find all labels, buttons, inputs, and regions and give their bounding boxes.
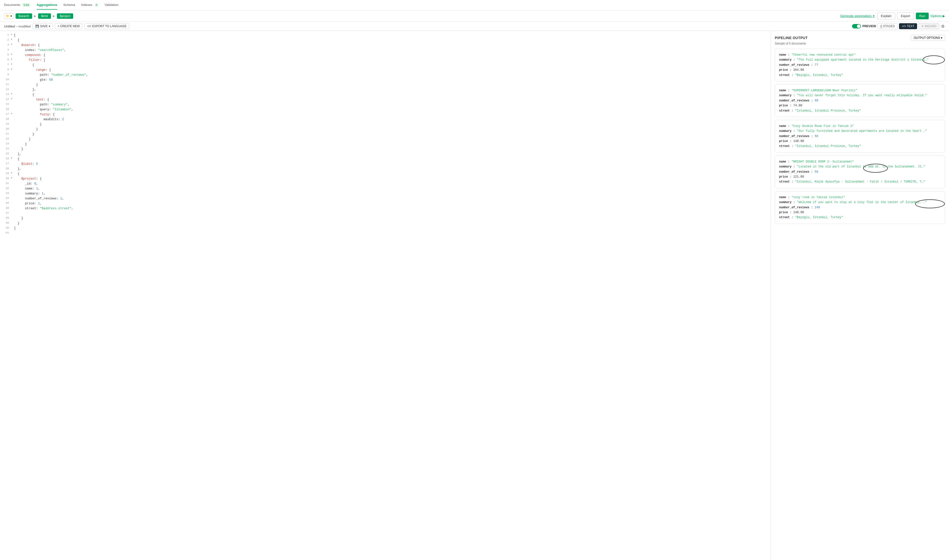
line-number: 24 xyxy=(2,147,9,151)
line-number: 20 xyxy=(2,127,9,131)
line-number: 16 xyxy=(2,107,9,112)
line-number: 17 xyxy=(2,112,9,117)
line-number: 27 xyxy=(2,162,9,166)
line-arrow: ▼ xyxy=(11,43,14,46)
line-arrow: ▼ xyxy=(11,38,14,41)
code-line: 12 }, xyxy=(0,87,771,92)
line-content: filter: [ xyxy=(14,58,769,63)
line-content: compound: { xyxy=(14,53,769,58)
generate-aggregation-link[interactable]: Generate aggregation ✦ xyxy=(840,14,875,18)
nav-schema[interactable]: Schema xyxy=(63,0,75,10)
pipeline-output-panel: PIPELINE OUTPUT OUTPUT OPTIONS ▾ Sample … xyxy=(771,31,949,560)
line-content: $limit: 5 xyxy=(14,162,769,166)
line-arrow: ▼ xyxy=(11,157,14,160)
line-number: 23 xyxy=(2,142,9,146)
line-number: 4 xyxy=(2,48,9,52)
doc-summary-field: summary : "Welcome if you want to stay a… xyxy=(779,200,941,205)
code-line: 18 maxEdits: 2 xyxy=(0,117,771,122)
line-content: range: { xyxy=(14,68,769,72)
doc-reviews-field: number_of_reviews : 99 xyxy=(779,98,941,103)
limit-stage-tag[interactable]: $limit xyxy=(38,13,51,19)
code-line: 22 ] xyxy=(0,137,771,142)
code-line: 24 } xyxy=(0,147,771,152)
line-content: ] xyxy=(14,137,769,142)
line-arrow: ▼ xyxy=(11,58,14,61)
create-new-button[interactable]: + CREATE NEW xyxy=(55,23,82,29)
code-line: 8 ▼ range: { xyxy=(0,68,771,72)
dropdown-arrow-icon: ▾ xyxy=(11,14,12,18)
line-content: street: "$address.street", xyxy=(14,206,769,211)
pipeline-output-title: PIPELINE OUTPUT xyxy=(775,36,808,40)
stage-arrow-1: ▶ xyxy=(34,15,36,17)
doc-name-field: name : "Cheerful new renovated central a… xyxy=(779,52,941,57)
line-content: { xyxy=(14,63,769,68)
line-content: } xyxy=(14,82,769,87)
nav-documents[interactable]: Documents 5.6K xyxy=(4,0,31,10)
code-line: 15 path: "summary", xyxy=(0,102,771,107)
code-line: 29 ▼ { xyxy=(0,171,771,176)
search-stage-tag[interactable]: $search xyxy=(15,13,32,19)
code-line: 32 name: 1, xyxy=(0,186,771,191)
line-number: 39 xyxy=(2,221,9,225)
line-content: path: "number_of_reviews", xyxy=(14,72,769,77)
nav-indexes[interactable]: Indexes 4 xyxy=(81,0,99,10)
code-line: 1 ▼ [ xyxy=(0,33,771,38)
doc-street-field: street : "Istanbul, Istanbul Province, T… xyxy=(779,108,941,113)
line-number: 29 xyxy=(2,171,9,176)
line-content: }, xyxy=(14,152,769,157)
code-line: 5 ▼ compound: { xyxy=(0,53,771,58)
text-view-button[interactable]: </> TEXT xyxy=(899,23,917,29)
line-number: 1 xyxy=(2,33,9,37)
line-number: 22 xyxy=(2,137,9,141)
settings-button[interactable]: ⚙ xyxy=(941,23,945,29)
save-button[interactable]: 💾 SAVE ▾ xyxy=(33,23,53,29)
line-number: 37 xyxy=(2,211,9,215)
line-content: } xyxy=(14,122,769,127)
doc-street-field: street : "Beyoğlu, İstanbul, Turkey" xyxy=(779,73,941,78)
code-line: 21 } xyxy=(0,132,771,137)
export-to-language-button[interactable]: </> EXPORT TO LANGUAGE xyxy=(85,23,129,29)
line-content: } xyxy=(14,147,769,152)
line-content: { xyxy=(14,157,769,162)
doc-summary-field: summary : "The full equipped apartment l… xyxy=(779,57,941,62)
line-number: 41 xyxy=(2,231,9,235)
line-number: 6 xyxy=(2,58,9,62)
pipeline-output-header: PIPELINE OUTPUT OUTPUT OPTIONS ▾ xyxy=(775,35,945,41)
line-number: 7 xyxy=(2,63,9,67)
preview-toggle[interactable]: PREVIEW xyxy=(852,24,876,28)
wizard-button[interactable]: ✦ WIZARD xyxy=(918,23,939,29)
project-stage-tag[interactable]: $project xyxy=(57,13,74,19)
explain-button[interactable]: Explain xyxy=(877,12,895,20)
code-line: 35 price: 1, xyxy=(0,201,771,206)
view-controls: PREVIEW {} STAGES </> TEXT ✦ WIZARD ⚙ xyxy=(852,23,945,29)
line-content: }, xyxy=(14,87,769,92)
nav-validation[interactable]: Validation xyxy=(105,0,118,10)
code-editor[interactable]: 1 ▼ [ 2 ▼ { 3 ▼ $search: { 4 index: "sea… xyxy=(0,31,771,560)
nav-aggregations[interactable]: Aggregations xyxy=(37,0,57,10)
stage-toolbar: 📁 ▾ $search ▶ $limit ▶ $project Generate… xyxy=(0,11,949,22)
line-content: name: 1, xyxy=(14,186,769,191)
doc-name-field: name : "SUPERHOST-LARGE&CLEAN-Near Pierl… xyxy=(779,88,941,93)
code-line: 28 }, xyxy=(0,166,771,171)
line-number: 12 xyxy=(2,87,9,92)
stages-view-button[interactable]: {} STAGES xyxy=(878,23,898,29)
doc-street-field: street : "Istanbul, Küçük Ayasofya - Sul… xyxy=(779,179,941,184)
folder-icon: 📁 xyxy=(6,14,9,18)
line-arrow: ▼ xyxy=(11,33,14,36)
save-dropdown-arrow: ▾ xyxy=(49,25,50,28)
options-button[interactable]: Options ▶ xyxy=(931,14,945,18)
line-number: 18 xyxy=(2,117,9,122)
line-content: } xyxy=(14,132,769,137)
line-number: 14 xyxy=(2,97,9,102)
line-content: query: "Istambun", xyxy=(14,107,769,112)
line-content: path: "summary", xyxy=(14,102,769,107)
line-number: 3 xyxy=(2,43,9,47)
line-content: gte: 50 xyxy=(14,77,769,82)
folder-button[interactable]: 📁 ▾ xyxy=(4,13,14,19)
export-button[interactable]: Export xyxy=(897,12,914,20)
output-options-button[interactable]: OUTPUT OPTIONS ▾ xyxy=(911,35,945,41)
doc-street-field: street : "Istanbul, Istanbul Province, T… xyxy=(779,144,941,149)
line-number: 33 xyxy=(2,191,9,195)
preview-switch[interactable] xyxy=(852,24,861,28)
run-button[interactable]: Run xyxy=(916,12,929,19)
